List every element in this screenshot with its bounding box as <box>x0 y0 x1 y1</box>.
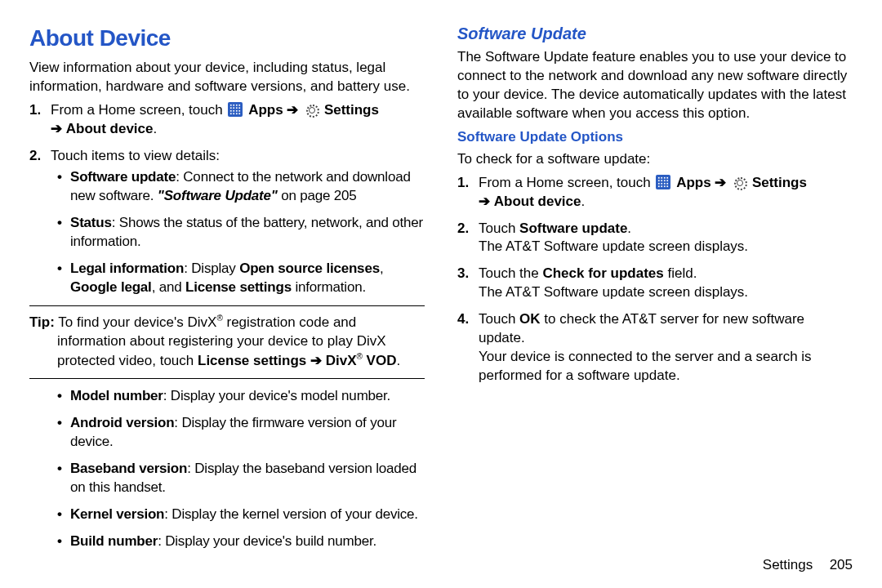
bullet-model-number: Model number: Display your device's mode… <box>70 387 425 406</box>
apps-icon <box>228 102 243 117</box>
about-device-label: About device <box>66 121 154 136</box>
software-update-paragraph: The Software Update feature enables you … <box>457 48 853 123</box>
about-device-steps: 1. From a Home screen, touch Apps ➔ Sett… <box>29 101 425 297</box>
tip-body: information about registering your devic… <box>29 332 425 371</box>
bullet-legal-information: Legal information: Display Open source l… <box>70 260 425 297</box>
arrow-icon: ➔ <box>287 102 298 118</box>
tip-box: Tip: To find your device's DivX® registr… <box>29 305 425 379</box>
heading-software-update-options: Software Update Options <box>457 128 853 147</box>
two-column-body: About Device View information about your… <box>0 0 882 562</box>
footer-page-number: 205 <box>817 556 853 575</box>
gear-icon <box>304 102 318 117</box>
software-update-steps: 1. From a Home screen, touch Apps ➔ Sett… <box>457 174 853 385</box>
apps-label: Apps <box>248 102 283 118</box>
check-update-leadin: To check for a software update: <box>457 150 853 169</box>
su-step-1: 1. From a Home screen, touch Apps ➔ Sett… <box>479 174 853 212</box>
page-footer: Settings 205 <box>763 556 853 575</box>
apps-icon <box>656 175 670 189</box>
footer-section: Settings <box>763 557 813 572</box>
detail-bullets-bottom: Model number: Display your device's mode… <box>29 387 425 551</box>
bullet-build-number: Build number: Display your device's buil… <box>70 532 425 551</box>
bullet-software-update: Software update: Connect to the network … <box>70 168 425 206</box>
su-step-4: 4. Touch OK to check the AT&T server for… <box>479 310 853 385</box>
su-step-2: 2. Touch Software update. The AT&T Softw… <box>479 220 853 257</box>
bullet-status: Status: Shows the status of the battery,… <box>70 214 425 252</box>
step-2-text: Touch items to view details: <box>51 148 220 163</box>
heading-software-update: Software Update <box>457 23 853 45</box>
arrow-icon: ➔ <box>51 121 62 136</box>
tip-label: Tip: <box>29 314 55 330</box>
settings-label: Settings <box>324 102 379 118</box>
step-1-leadin: From a Home screen, touch <box>51 102 223 118</box>
bullet-baseband-version: Baseband version: Display the baseband v… <box>70 460 425 497</box>
intro-paragraph: View information about your device, incl… <box>29 59 425 96</box>
arrow-icon: ➔ <box>479 194 490 209</box>
step-1: 1. From a Home screen, touch Apps ➔ Sett… <box>51 101 425 139</box>
bullet-kernel-version: Kernel version: Display the kernel versi… <box>70 506 425 524</box>
arrow-icon: ➔ <box>715 175 726 190</box>
detail-bullets-top: Software update: Connect to the network … <box>51 168 425 297</box>
gear-icon <box>732 175 746 189</box>
step-2: 2. Touch items to view details: Software… <box>51 147 425 298</box>
bullet-android-version: Android version: Display the firmware ve… <box>70 414 425 452</box>
heading-about-device: About Device <box>29 23 425 54</box>
manual-page: About Device View information about your… <box>0 0 882 588</box>
su-step-3: 3. Touch the Check for updates field. Th… <box>479 265 853 302</box>
